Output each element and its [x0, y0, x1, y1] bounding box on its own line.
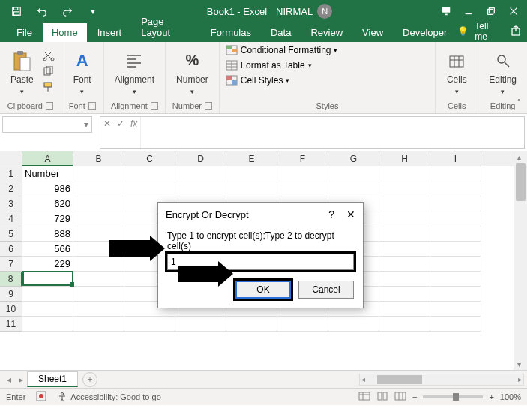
restore-icon[interactable]	[481, 1, 502, 22]
cell[interactable]	[73, 212, 124, 226]
cell[interactable]	[379, 242, 430, 256]
cell[interactable]	[379, 182, 430, 196]
cell[interactable]	[379, 226, 430, 242]
cell[interactable]	[430, 316, 481, 332]
cell[interactable]: 566	[22, 242, 73, 256]
user-avatar[interactable]: N	[317, 4, 332, 19]
dialog-titlebar[interactable]: Encrypt Or Decrypt ? ✕	[158, 203, 363, 226]
row-header[interactable]: 10	[0, 302, 22, 316]
cell[interactable]	[430, 196, 481, 212]
cell[interactable]	[430, 212, 481, 226]
name-box[interactable]: ▾	[2, 116, 92, 133]
cell[interactable]	[22, 272, 73, 286]
paste-button[interactable]: Paste ▾	[6, 49, 38, 97]
format-as-table-button[interactable]: Format as Table▾	[226, 60, 312, 70]
cell[interactable]	[430, 166, 481, 182]
cell[interactable]	[73, 316, 124, 332]
cell[interactable]: 729	[22, 212, 73, 226]
sheet-tab-active[interactable]: Sheet1	[27, 371, 78, 387]
cell[interactable]	[379, 166, 430, 182]
cell[interactable]: Number	[22, 166, 73, 182]
dialog-close-icon[interactable]: ✕	[346, 208, 355, 220]
view-page-break-icon[interactable]	[394, 392, 406, 402]
cells-button[interactable]: Cells▾	[442, 49, 472, 97]
cell[interactable]	[22, 316, 73, 332]
cell[interactable]	[379, 302, 430, 316]
row-header[interactable]: 9	[0, 286, 22, 302]
column-header[interactable]: E	[226, 152, 277, 166]
close-window-icon[interactable]	[503, 1, 524, 22]
cell[interactable]	[73, 182, 124, 196]
chevron-down-icon[interactable]: ▾	[84, 119, 88, 130]
cell[interactable]	[175, 316, 226, 332]
fx-icon[interactable]: fx	[130, 118, 137, 129]
cell[interactable]	[328, 182, 379, 196]
cell[interactable]: 986	[22, 182, 73, 196]
copy-icon[interactable]	[43, 66, 55, 79]
cell[interactable]	[73, 272, 124, 286]
cell[interactable]	[430, 272, 481, 286]
cell[interactable]	[226, 316, 277, 332]
vertical-scrollbar[interactable]: ▴▾	[514, 152, 527, 370]
cell[interactable]	[124, 166, 175, 182]
ok-button[interactable]: OK	[235, 280, 291, 298]
cell[interactable]	[430, 286, 481, 302]
tab-view[interactable]: View	[353, 23, 392, 42]
scroll-thumb[interactable]	[516, 164, 526, 201]
conditional-formatting-button[interactable]: Conditional Formatting▾	[226, 45, 338, 56]
save-icon[interactable]	[6, 1, 27, 22]
horizontal-scrollbar[interactable]: ◂▸	[359, 374, 524, 386]
row-header[interactable]: 3	[0, 196, 22, 212]
sheet-nav-next-icon[interactable]: ▸	[15, 374, 27, 385]
cell[interactable]	[124, 182, 175, 196]
cell[interactable]: 620	[22, 196, 73, 212]
zoom-slider[interactable]	[423, 395, 483, 398]
select-all-corner[interactable]	[0, 152, 22, 166]
cell[interactable]	[379, 272, 430, 286]
row-header[interactable]: 4	[0, 212, 22, 226]
cell[interactable]	[430, 226, 481, 242]
font-button[interactable]: AFont▾	[67, 49, 97, 97]
tab-developer[interactable]: Developer	[394, 23, 456, 42]
formula-input[interactable]	[141, 117, 524, 148]
cell[interactable]	[379, 286, 430, 302]
cell[interactable]	[73, 302, 124, 316]
row-header[interactable]: 7	[0, 256, 22, 272]
zoom-out-icon[interactable]: −	[412, 392, 417, 401]
cell[interactable]	[73, 286, 124, 302]
tab-insert[interactable]: Insert	[88, 23, 131, 42]
cell[interactable]	[73, 226, 124, 242]
clipboard-launcher-icon[interactable]	[46, 102, 53, 110]
number-launcher-icon[interactable]	[205, 102, 212, 110]
enter-formula-icon[interactable]: ✓	[117, 118, 124, 129]
cell[interactable]	[226, 166, 277, 182]
editing-button[interactable]: Editing▾	[484, 49, 521, 97]
column-header[interactable]: G	[328, 152, 379, 166]
zoom-level[interactable]: 100%	[500, 392, 521, 401]
undo-icon[interactable]	[31, 1, 52, 22]
cell[interactable]	[124, 316, 175, 332]
column-header[interactable]: F	[277, 152, 328, 166]
cell[interactable]	[379, 256, 430, 272]
column-header[interactable]: D	[175, 152, 226, 166]
cell[interactable]	[277, 182, 328, 196]
cell[interactable]	[226, 182, 277, 196]
tab-page-layout[interactable]: Page Layout	[132, 12, 200, 42]
alignment-button[interactable]: Alignment▾	[110, 49, 159, 97]
cell[interactable]	[175, 182, 226, 196]
accessibility-status[interactable]: Accessibility: Good to go	[57, 392, 160, 402]
tab-file[interactable]: File	[7, 23, 41, 42]
tab-home[interactable]: Home	[43, 23, 87, 42]
number-button[interactable]: %Number▾	[172, 49, 213, 97]
macro-record-icon[interactable]	[36, 391, 46, 403]
font-launcher-icon[interactable]	[88, 102, 96, 110]
cell[interactable]: 229	[22, 256, 73, 272]
column-header[interactable]: A	[22, 152, 73, 166]
cell[interactable]	[175, 166, 226, 182]
tab-data[interactable]: Data	[262, 23, 300, 42]
cell[interactable]	[277, 316, 328, 332]
collapse-ribbon-icon[interactable]: ˄	[517, 98, 521, 109]
hscroll-thumb[interactable]	[377, 375, 422, 384]
cell[interactable]	[379, 196, 430, 212]
cell[interactable]	[328, 166, 379, 182]
